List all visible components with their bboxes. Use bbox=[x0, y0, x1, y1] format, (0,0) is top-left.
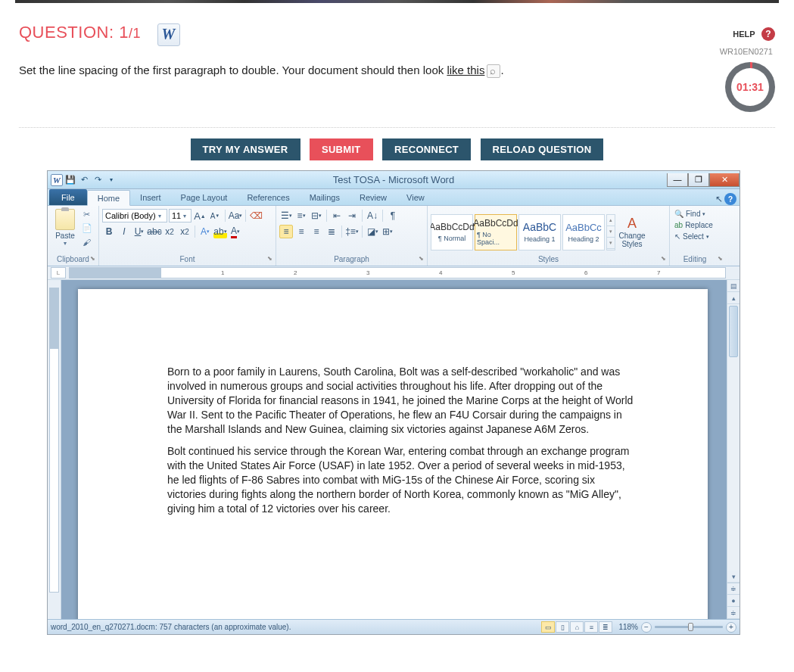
font-name-combo[interactable]: Calibri (Body)▾ bbox=[102, 209, 167, 222]
scroll-thumb[interactable] bbox=[729, 306, 738, 357]
page-viewport[interactable]: Born to a poor family in Laurens, South … bbox=[61, 280, 727, 619]
browse-object-icon[interactable]: ● bbox=[727, 595, 740, 607]
outline-view-icon[interactable]: ≡ bbox=[584, 621, 598, 633]
next-page-icon[interactable]: ≑ bbox=[727, 607, 740, 619]
draft-view-icon[interactable]: ≣ bbox=[599, 621, 612, 633]
view-tab[interactable]: View bbox=[397, 189, 434, 205]
qat-customize-icon[interactable]: ▾ bbox=[105, 174, 117, 186]
ribbon-body: Paste ▾ ✂ 📄 🖌 Clipboard Calibri (Body)▾ … bbox=[48, 206, 740, 266]
bullets-icon[interactable]: ☰▾ bbox=[279, 209, 293, 222]
line-spacing-icon[interactable]: ‡≡▾ bbox=[345, 225, 359, 238]
align-right-icon[interactable]: ≡ bbox=[310, 225, 323, 238]
vertical-ruler[interactable] bbox=[49, 288, 59, 593]
copy-icon[interactable]: 📄 bbox=[81, 222, 92, 234]
numbering-icon[interactable]: ≡▾ bbox=[294, 209, 308, 222]
minimize-button[interactable]: ― bbox=[667, 173, 688, 187]
ruler-toggle-icon[interactable]: ▤ bbox=[727, 280, 740, 292]
full-screen-reading-icon[interactable]: ▯ bbox=[556, 621, 569, 633]
word-system-icon[interactable]: W bbox=[51, 174, 63, 186]
style-no-spacing[interactable]: AaBbCcDd ¶ No Spaci... bbox=[475, 214, 517, 250]
change-case-icon[interactable]: Aa▾ bbox=[229, 209, 242, 222]
multilevel-list-icon[interactable]: ⊟▾ bbox=[310, 209, 323, 222]
grow-font-icon[interactable]: A▲ bbox=[193, 209, 207, 222]
zoom-value[interactable]: 118% bbox=[618, 623, 638, 631]
text-effects-icon[interactable]: A▾ bbox=[198, 225, 212, 238]
magnifier-icon[interactable] bbox=[487, 64, 500, 78]
superscript-icon[interactable]: x2 bbox=[178, 225, 191, 238]
like-this-link[interactable]: like this bbox=[447, 64, 484, 76]
web-layout-icon[interactable]: ⌂ bbox=[570, 621, 584, 633]
format-painter-icon[interactable]: 🖌 bbox=[81, 236, 92, 247]
zoom-in-icon[interactable]: + bbox=[726, 622, 736, 633]
shrink-font-icon[interactable]: A▼ bbox=[208, 209, 222, 222]
style-heading2[interactable]: AaBbCc Heading 2 bbox=[562, 214, 605, 250]
change-styles-button[interactable]: A Change Styles bbox=[617, 214, 647, 250]
tab-selector[interactable]: L bbox=[51, 267, 66, 278]
references-tab[interactable]: References bbox=[237, 189, 299, 205]
reload-question-button[interactable]: RELOAD QUESTION bbox=[481, 138, 604, 160]
mailings-tab[interactable]: Mailings bbox=[300, 189, 350, 205]
justify-icon[interactable]: ≣ bbox=[325, 225, 338, 238]
paste-button[interactable]: Paste ▾ bbox=[51, 207, 79, 247]
close-button[interactable]: ✕ bbox=[709, 173, 740, 187]
zoom-out-icon[interactable]: − bbox=[641, 622, 652, 633]
decrease-indent-icon[interactable]: ⇤ bbox=[330, 209, 344, 222]
scroll-up-icon[interactable]: ▴ bbox=[727, 292, 740, 304]
save-icon[interactable]: 💾 bbox=[64, 174, 76, 186]
styles-scroll[interactable]: ▴▾▾ bbox=[606, 214, 615, 250]
paste-label: Paste bbox=[55, 232, 75, 240]
submit-button[interactable]: SUBMIT bbox=[310, 138, 373, 160]
style-normal[interactable]: AaBbCcDd ¶ Normal bbox=[431, 214, 473, 250]
font-size-combo[interactable]: 11▾ bbox=[169, 209, 191, 222]
print-layout-icon[interactable]: ▭ bbox=[541, 621, 555, 633]
scroll-down-icon[interactable]: ▾ bbox=[727, 571, 740, 583]
separator bbox=[19, 127, 775, 128]
zoom-controls: 118% − + bbox=[618, 622, 736, 633]
shading-icon[interactable]: ◪▾ bbox=[366, 225, 379, 238]
try-answer-button[interactable]: TRY MY ANSWER bbox=[191, 138, 300, 160]
zoom-slider[interactable] bbox=[655, 626, 723, 628]
font-color-icon[interactable]: A▾ bbox=[229, 225, 242, 238]
find-button[interactable]: 🔍Find▾ bbox=[673, 209, 707, 219]
align-center-icon[interactable]: ≡ bbox=[294, 225, 308, 238]
horizontal-ruler[interactable]: 1234567 bbox=[69, 267, 726, 278]
increase-indent-icon[interactable]: ⇥ bbox=[345, 209, 359, 222]
ribbon-help-icon[interactable]: ? bbox=[724, 193, 736, 205]
maximize-button[interactable]: ❐ bbox=[688, 173, 709, 187]
borders-icon[interactable]: ⊞▾ bbox=[381, 225, 394, 238]
font-label: Font bbox=[102, 255, 272, 266]
zoom-thumb[interactable] bbox=[688, 623, 693, 631]
prev-page-icon[interactable]: ≑ bbox=[727, 583, 740, 595]
page-layout-tab[interactable]: Page Layout bbox=[171, 189, 238, 205]
reconnect-button[interactable]: RECONNECT bbox=[382, 138, 471, 160]
insert-tab[interactable]: Insert bbox=[130, 189, 171, 205]
redo-icon[interactable]: ↷ bbox=[92, 174, 104, 186]
help-icon[interactable]: ? bbox=[761, 27, 775, 41]
style-heading1[interactable]: AaBbC Heading 1 bbox=[518, 214, 561, 250]
document-page[interactable]: Born to a poor family in Laurens, South … bbox=[78, 289, 708, 619]
cut-icon[interactable]: ✂ bbox=[81, 209, 92, 220]
undo-icon[interactable]: ↶ bbox=[78, 174, 90, 186]
show-marks-icon[interactable]: ¶ bbox=[386, 209, 400, 222]
highlight-icon[interactable]: ab▾ bbox=[213, 225, 227, 238]
scroll-track[interactable] bbox=[727, 304, 740, 571]
replace-button[interactable]: abReplace bbox=[673, 220, 715, 230]
home-tab[interactable]: Home bbox=[87, 190, 130, 206]
strikethrough-icon[interactable]: abc bbox=[148, 225, 161, 238]
align-left-icon[interactable]: ≡ bbox=[279, 225, 293, 238]
paragraph-1[interactable]: Born to a poor family in Laurens, South … bbox=[167, 365, 634, 436]
select-button[interactable]: ↖Select▾ bbox=[673, 232, 711, 241]
bold-icon[interactable]: B bbox=[102, 225, 116, 238]
clear-formatting-icon[interactable]: ⌫ bbox=[249, 209, 263, 222]
paragraph-2[interactable]: Bolt continued his service through the K… bbox=[167, 444, 634, 515]
document-area: Born to a poor family in Laurens, South … bbox=[48, 280, 740, 619]
subscript-icon[interactable]: x2 bbox=[163, 225, 176, 238]
underline-icon[interactable]: U▾ bbox=[132, 225, 146, 238]
sort-icon[interactable]: A↓ bbox=[366, 209, 379, 222]
italic-icon[interactable]: I bbox=[117, 225, 131, 238]
window-controls: ― ❐ ✕ bbox=[667, 173, 740, 187]
vertical-scrollbar[interactable]: ▤ ▴ ▾ ≑ ● ≑ bbox=[727, 280, 740, 619]
review-tab[interactable]: Review bbox=[350, 189, 397, 205]
help-label[interactable]: HELP bbox=[733, 30, 755, 39]
file-tab[interactable]: File bbox=[49, 189, 87, 205]
